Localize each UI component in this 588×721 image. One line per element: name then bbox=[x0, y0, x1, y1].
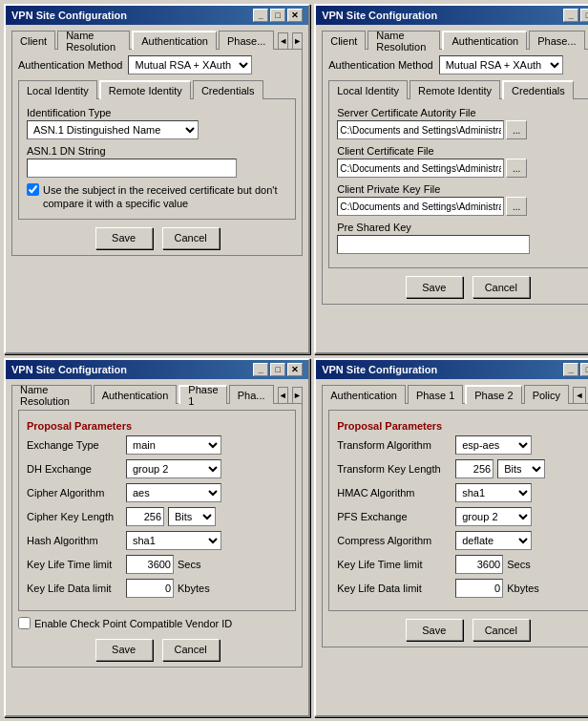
transform-key-input[interactable] bbox=[455, 459, 494, 478]
tab-authentication-2[interactable]: Authentication bbox=[442, 31, 527, 50]
close-btn-1[interactable]: ✕ bbox=[287, 9, 303, 22]
sub-tab-remoteidentity-2[interactable]: Remote Identity bbox=[410, 80, 500, 99]
tab-client-1[interactable]: Client bbox=[11, 31, 55, 50]
minimize-btn-2[interactable]: _ bbox=[563, 9, 578, 22]
cancel-btn-4[interactable]: Cancel bbox=[472, 619, 530, 641]
cancel-btn-3[interactable]: Cancel bbox=[162, 639, 220, 661]
client-cert-browse[interactable]: ... bbox=[506, 159, 527, 178]
checkpoint-checkbox[interactable] bbox=[18, 617, 31, 629]
cancel-btn-2[interactable]: Cancel bbox=[472, 276, 530, 298]
sub-tab-localidentity-1[interactable]: Local Identity bbox=[18, 80, 97, 99]
sub-tab-localidentity-2[interactable]: Local Identity bbox=[328, 80, 408, 99]
cipher-algo-label: Cipher Algorithm bbox=[27, 487, 122, 498]
client-key-browse[interactable]: ... bbox=[506, 197, 527, 216]
tab-client-2[interactable]: Client bbox=[322, 31, 366, 50]
dn-string-input[interactable] bbox=[27, 159, 237, 178]
cipher-key-unit-select[interactable]: Bits bbox=[168, 507, 216, 526]
tab-policy-4[interactable]: Policy bbox=[524, 385, 569, 404]
compress-algo-label: Compress Algorithm bbox=[337, 535, 452, 546]
tab-nav-prev-3[interactable]: ◄ bbox=[278, 387, 288, 404]
key-life-time-input[interactable] bbox=[126, 555, 174, 574]
auth-method-select-1[interactable]: Mutual RSA + XAuth bbox=[128, 55, 252, 74]
tab-authentication-1[interactable]: Authentication bbox=[132, 31, 217, 50]
sub-tab-bar-1: Local Identity Remote Identity Credentia… bbox=[18, 80, 296, 99]
key-life-data-input[interactable] bbox=[126, 579, 174, 598]
client-cert-input[interactable] bbox=[337, 159, 504, 178]
cipher-key-label: Cipher Key Length bbox=[27, 511, 122, 522]
client-key-input[interactable] bbox=[337, 197, 504, 216]
cancel-btn-1[interactable]: Cancel bbox=[162, 227, 220, 249]
id-type-select[interactable]: ASN.1 Distinguished Name bbox=[27, 120, 199, 139]
auth-method-select-2[interactable]: Mutual RSA + XAuth bbox=[439, 55, 563, 74]
tab-phase-2[interactable]: Phase... bbox=[529, 31, 584, 50]
window-3-content: Name Resolution Authentication Phase 1 P… bbox=[6, 379, 308, 672]
key-life-data-row-4: Key Life Data limit Kbytes bbox=[337, 579, 588, 598]
exchange-type-select[interactable]: main bbox=[126, 435, 221, 455]
tab-phase1-4[interactable]: Phase 1 bbox=[408, 385, 463, 404]
tab-nameresolution-1[interactable]: Name Resolution bbox=[57, 31, 130, 50]
window-2: VPN Site Configuration _ □ ✕ Client Name… bbox=[314, 4, 588, 354]
minimize-btn-3[interactable]: _ bbox=[253, 363, 268, 376]
pfs-exchange-select[interactable]: group 2 bbox=[455, 507, 532, 526]
cipher-key-input[interactable] bbox=[126, 507, 164, 526]
cipher-algo-select[interactable]: aes bbox=[126, 483, 221, 502]
close-btn-3[interactable]: ✕ bbox=[287, 363, 303, 376]
key-life-time-label: Key Life Time limit bbox=[27, 559, 122, 570]
tab-phase1-3[interactable]: Phase 1 bbox=[178, 385, 226, 404]
window-4-content: Authentication Phase 1 Phase 2 Policy ◄ … bbox=[316, 379, 588, 653]
transform-key-label: Transform Key Length bbox=[337, 463, 452, 475]
compress-algo-select[interactable]: deflate bbox=[455, 531, 532, 550]
key-life-time-unit: Secs bbox=[178, 559, 200, 570]
server-cert-browse[interactable]: ... bbox=[506, 120, 527, 139]
phase2-section-label: Proposal Parameters bbox=[337, 420, 588, 432]
key-life-time-row-4: Key Life Time limit Secs bbox=[337, 555, 588, 574]
save-btn-2[interactable]: Save bbox=[406, 276, 463, 298]
maximize-btn-2[interactable]: □ bbox=[580, 9, 588, 22]
tab-nav-prev-1[interactable]: ◄ bbox=[278, 32, 288, 50]
dn-string-label: ASN.1 DN String bbox=[27, 145, 287, 157]
server-cert-input[interactable] bbox=[337, 120, 504, 139]
checkpoint-row: Enable Check Point Compatible Vendor ID bbox=[18, 617, 296, 630]
tab-nav-next-3[interactable]: ► bbox=[292, 387, 303, 404]
dn-string-group: ASN.1 DN String bbox=[27, 145, 287, 178]
maximize-btn-4[interactable]: □ bbox=[580, 363, 588, 376]
sub-tab-remoteidentity-1[interactable]: Remote Identity bbox=[99, 80, 191, 99]
minimize-btn-1[interactable]: _ bbox=[253, 9, 268, 22]
tab-authentication-4[interactable]: Authentication bbox=[322, 385, 406, 404]
id-type-label: Identification Type bbox=[27, 107, 287, 118]
title-bar-2: VPN Site Configuration _ □ ✕ bbox=[316, 6, 588, 25]
tab-nameresolution-3[interactable]: Name Resolution bbox=[11, 385, 92, 404]
transform-algo-row: Transform Algorithm esp-aes bbox=[337, 435, 588, 455]
sub-tab-credentials-2[interactable]: Credentials bbox=[502, 80, 574, 99]
pre-shared-group: Pre Shared Key bbox=[337, 222, 588, 254]
maximize-btn-3[interactable]: □ bbox=[270, 363, 285, 376]
tab-pha-3[interactable]: Pha... bbox=[229, 385, 274, 404]
tab-nav-prev-4[interactable]: ◄ bbox=[573, 387, 586, 404]
hash-algo-row: Hash Algorithm sha1 bbox=[27, 531, 287, 550]
transform-key-unit-select[interactable]: Bits bbox=[497, 459, 545, 478]
save-btn-3[interactable]: Save bbox=[95, 639, 153, 661]
use-subject-checkbox[interactable] bbox=[27, 183, 39, 196]
save-btn-4[interactable]: Save bbox=[406, 619, 463, 641]
key-life-data-input-4[interactable] bbox=[455, 579, 503, 598]
pre-shared-input[interactable] bbox=[337, 235, 530, 254]
hmac-algo-select[interactable]: sha1 bbox=[455, 483, 532, 502]
transform-algo-select[interactable]: esp-aes bbox=[455, 435, 532, 455]
minimize-btn-4[interactable]: _ bbox=[563, 363, 578, 376]
hash-algo-select[interactable]: sha1 bbox=[126, 531, 221, 550]
sub-tab-credentials-1[interactable]: Credentials bbox=[193, 80, 263, 99]
tab-nameresolution-2[interactable]: Name Resolution bbox=[368, 31, 440, 50]
title-bar-buttons-1: _ □ ✕ bbox=[253, 9, 303, 22]
maximize-btn-1[interactable]: □ bbox=[270, 9, 285, 22]
tab-authentication-3[interactable]: Authentication bbox=[94, 385, 178, 404]
tab-phase-1[interactable]: Phase... bbox=[219, 31, 274, 50]
save-btn-1[interactable]: Save bbox=[95, 227, 153, 249]
tab-content-3: Proposal Parameters Exchange Type main D… bbox=[11, 403, 303, 667]
dh-exchange-select[interactable]: group 2 bbox=[126, 459, 221, 478]
dh-exchange-row: DH Exchange group 2 bbox=[27, 459, 287, 478]
tab-nav-next-1[interactable]: ► bbox=[292, 32, 303, 50]
tab-phase2-4[interactable]: Phase 2 bbox=[465, 385, 521, 404]
key-life-time-input-4[interactable] bbox=[455, 555, 503, 574]
key-life-time-label-4: Key Life Time limit bbox=[337, 559, 452, 570]
title-bar-buttons-3: _ □ ✕ bbox=[253, 363, 303, 376]
